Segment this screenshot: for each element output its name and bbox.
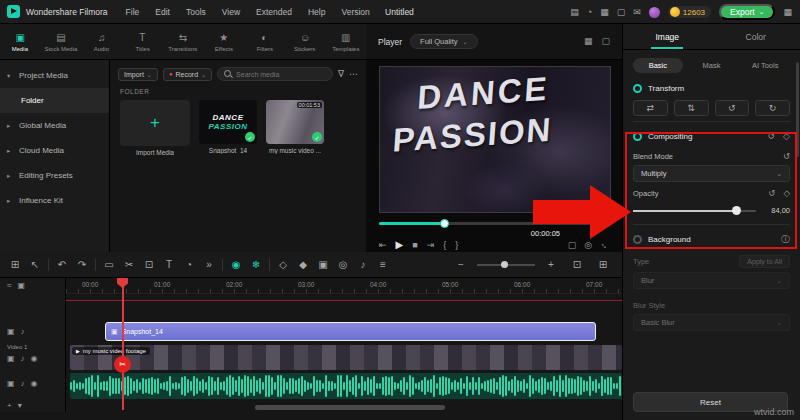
speed-icon[interactable]: ◔ bbox=[179, 255, 199, 275]
mute-icon[interactable]: ♪ bbox=[21, 328, 25, 336]
add-track-icon[interactable]: + bbox=[7, 402, 12, 410]
layout-grid-icon[interactable]: ▦ bbox=[584, 37, 593, 46]
stop-icon[interactable]: ■ bbox=[412, 241, 417, 250]
tab-transitions[interactable]: ⇆ Transitions bbox=[163, 24, 204, 59]
menu-tools[interactable]: Tools bbox=[178, 7, 214, 17]
tab-effects[interactable]: ★ Effects bbox=[203, 24, 244, 59]
pointer-tool-icon[interactable]: ↖ bbox=[25, 255, 45, 275]
search-box[interactable] bbox=[217, 67, 333, 81]
keyframe-tool-icon[interactable]: ◇ bbox=[273, 255, 293, 275]
undo-icon[interactable]: ↶ bbox=[52, 255, 72, 275]
timeline-ruler[interactable]: 00:00 01:00 02:00 03:00 04:00 05:00 06:0… bbox=[66, 278, 622, 294]
mute-icon[interactable]: ♪ bbox=[21, 380, 25, 388]
zoom-out-icon[interactable]: − bbox=[451, 255, 471, 275]
chroma-key-icon[interactable]: ▣ bbox=[313, 255, 333, 275]
mark-out-icon[interactable]: } bbox=[455, 241, 458, 250]
flip-vertical-icon[interactable]: ⇅ bbox=[674, 100, 709, 116]
playhead[interactable] bbox=[122, 278, 124, 410]
zoom-slider-knob[interactable] bbox=[501, 261, 508, 268]
tab-stickers[interactable]: ☺ Stickers bbox=[285, 24, 326, 59]
clip-music-video[interactable]: ▶ my music video footage bbox=[70, 345, 622, 370]
text-tool-icon[interactable]: T bbox=[159, 255, 179, 275]
render-preview-icon[interactable]: ◉ bbox=[226, 255, 246, 275]
clip-snapshot[interactable]: ▣ Snapshot_14 bbox=[105, 322, 596, 341]
split-playhead-icon[interactable]: ✂ bbox=[114, 356, 131, 373]
snapshot-camera-icon[interactable]: ◎ bbox=[584, 241, 592, 250]
crop-icon[interactable]: ⊡ bbox=[139, 255, 159, 275]
keyframe-icon[interactable]: ◇ bbox=[783, 132, 790, 141]
import-media-tile[interactable]: + Import Media bbox=[120, 100, 190, 156]
tab-image[interactable]: Image bbox=[623, 24, 712, 49]
fit-timeline-icon[interactable]: ⊡ bbox=[567, 255, 587, 275]
blur-style-dropdown[interactable]: Basic Blur ⌄ bbox=[633, 314, 790, 331]
seek-bar[interactable] bbox=[379, 222, 611, 225]
flip-horizontal-icon[interactable]: ⇄ bbox=[633, 100, 668, 116]
split-icon[interactable]: ✂ bbox=[119, 255, 139, 275]
previous-frame-icon[interactable]: ⇤ bbox=[379, 241, 387, 250]
blend-mode-dropdown[interactable]: Multiply ⌄ bbox=[633, 165, 790, 182]
tab-audio[interactable]: ♫ Audio bbox=[81, 24, 122, 59]
rotate-right-icon[interactable]: ↻ bbox=[755, 100, 790, 116]
zoom-slider[interactable] bbox=[477, 264, 535, 266]
motion-track-icon[interactable]: ◎ bbox=[333, 255, 353, 275]
music-video-tile[interactable]: 00:01:53 ✓ my music video ... bbox=[266, 100, 324, 154]
resources-icon[interactable]: ▦ bbox=[600, 8, 609, 17]
timeline-scrollbar[interactable] bbox=[255, 405, 445, 410]
menu-extended[interactable]: Extended bbox=[248, 7, 300, 17]
panel-scrollbar[interactable] bbox=[796, 62, 799, 157]
compositing-toggle[interactable] bbox=[633, 132, 642, 141]
notification-icon[interactable]: ◔ bbox=[587, 8, 592, 17]
menu-help[interactable]: Help bbox=[300, 7, 333, 17]
tab-color[interactable]: Color bbox=[712, 24, 800, 49]
seek-knob[interactable] bbox=[440, 219, 449, 228]
sidebar-item-project-media[interactable]: ▾ Project Media bbox=[0, 63, 109, 88]
sidebar-item-editing-presets[interactable]: ▸ Editing Presets bbox=[0, 163, 109, 188]
snapshot-tile[interactable]: DANCE PASSION ✓ Snapshot_14 bbox=[199, 100, 257, 154]
tab-stock-media[interactable]: ▤ Stock Media bbox=[41, 24, 82, 59]
lock-icon[interactable]: ▣ bbox=[7, 328, 15, 336]
clip-audio[interactable] bbox=[70, 373, 622, 399]
fullscreen-icon[interactable]: ↔ bbox=[598, 239, 611, 252]
layout-switch-icon[interactable]: ▦ bbox=[783, 8, 792, 17]
tab-templates[interactable]: ▥ Templates bbox=[325, 24, 366, 59]
quality-dropdown[interactable]: Full Quality ⌄ bbox=[410, 34, 478, 49]
track-manager-icon[interactable]: ⊞ bbox=[5, 255, 25, 275]
search-input[interactable] bbox=[236, 71, 326, 78]
track-view-icon[interactable]: ⊞ bbox=[593, 255, 613, 275]
sidebar-item-global-media[interactable]: ▸ Global Media bbox=[0, 113, 109, 138]
export-button[interactable]: Export ⌄ bbox=[719, 4, 775, 20]
subtab-mask[interactable]: Mask bbox=[687, 58, 737, 73]
mute-icon[interactable]: ♪ bbox=[21, 355, 25, 363]
next-frame-icon[interactable]: ⇥ bbox=[427, 241, 435, 250]
tab-titles[interactable]: T Titles bbox=[122, 24, 163, 59]
opacity-slider[interactable] bbox=[633, 210, 756, 212]
opacity-slider-knob[interactable] bbox=[732, 206, 741, 215]
collapse-tracks-icon[interactable]: ▾ bbox=[18, 402, 22, 410]
voiceover-icon[interactable]: ♪ bbox=[353, 255, 373, 275]
menu-file[interactable]: File bbox=[118, 7, 148, 17]
apply-to-all-button[interactable]: Apply to All bbox=[739, 255, 790, 268]
more-tools-icon[interactable]: » bbox=[199, 255, 219, 275]
tab-media[interactable]: ▣ Media bbox=[0, 24, 41, 59]
freeze-frame-icon[interactable]: ❄ bbox=[246, 255, 266, 275]
delete-icon[interactable]: ▭ bbox=[99, 255, 119, 275]
video-canvas[interactable]: DANCE PASSION bbox=[379, 66, 611, 213]
coin-badge[interactable]: 12603 bbox=[668, 6, 711, 18]
message-icon[interactable]: ✉ bbox=[633, 8, 641, 17]
background-toggle[interactable] bbox=[633, 235, 642, 244]
menu-version[interactable]: Version bbox=[333, 7, 377, 17]
lock-icon[interactable]: ▣ bbox=[7, 355, 15, 363]
sidebar-item-influence-kit[interactable]: ▸ Influence Kit bbox=[0, 188, 109, 213]
rotate-left-icon[interactable]: ↺ bbox=[715, 100, 750, 116]
play-icon[interactable]: ▶ bbox=[396, 240, 404, 250]
reset-icon[interactable]: ↺ bbox=[783, 152, 790, 161]
redo-icon[interactable]: ↷ bbox=[72, 255, 92, 275]
reset-icon[interactable]: ↺ bbox=[768, 132, 776, 141]
transform-toggle[interactable] bbox=[633, 84, 642, 93]
zoom-in-icon[interactable]: + bbox=[541, 255, 561, 275]
sidebar-item-folder[interactable]: Folder bbox=[0, 88, 109, 113]
mark-in-icon[interactable]: { bbox=[443, 241, 446, 250]
hide-track-icon[interactable]: ◉ bbox=[31, 355, 38, 363]
devices-icon[interactable]: ▤ bbox=[570, 8, 579, 17]
snapshot-thumb[interactable]: DANCE PASSION ✓ bbox=[199, 100, 257, 144]
